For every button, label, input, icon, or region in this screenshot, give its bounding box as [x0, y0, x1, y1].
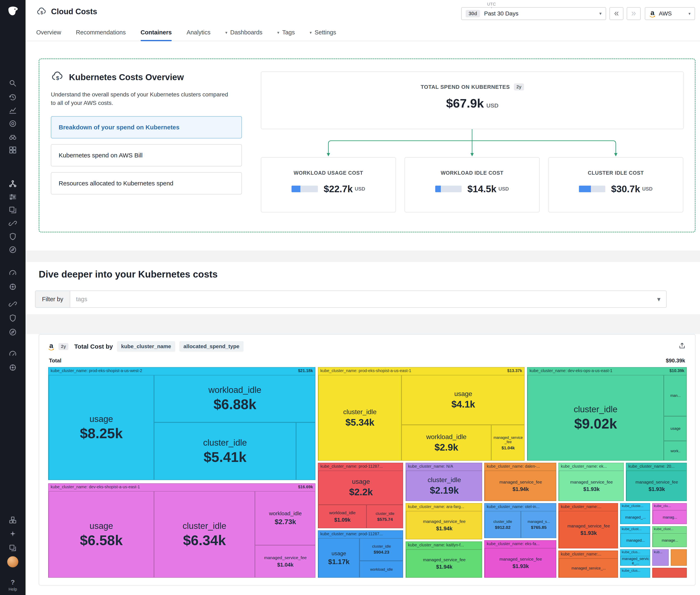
option-resources-allocated-to-kubernetes-spend[interactable]: Resources allocated to Kubernetes spend [51, 172, 242, 195]
treemap-cell[interactable]: managed... [620, 533, 650, 547]
treemap-group[interactable]: kube_cluste...managed_... [620, 503, 650, 524]
time-back-button[interactable] [609, 7, 623, 20]
treemap-cell[interactable]: cluster_idle$575.74 [366, 505, 403, 528]
target-icon-2[interactable] [8, 363, 18, 372]
monitors-icon[interactable] [8, 192, 18, 202]
treemap-cell[interactable]: usage$8.25k [49, 375, 154, 480]
tab-analytics[interactable]: Analytics [186, 29, 210, 41]
treemap-cell[interactable]: usage$6.58k [49, 491, 154, 578]
treemap-cell[interactable]: cluster_idle$904.23 [360, 538, 403, 561]
copy-icon[interactable] [8, 543, 18, 553]
treemap-cell[interactable]: managed_service_... [559, 558, 618, 578]
avatar[interactable] [7, 556, 18, 567]
tab-settings[interactable]: ▾Settings [310, 29, 336, 41]
treemap-cell[interactable]: usage$1.17k [318, 538, 360, 578]
treemap-cell[interactable]: workload_idle$2.9k [401, 425, 491, 461]
service-map-icon[interactable] [8, 119, 18, 129]
treemap-cell[interactable]: managed_service_fee$1.93k [559, 471, 624, 501]
treemap-group[interactable]: kube_clus...managed_service_... [620, 549, 650, 566]
treemap-group[interactable]: kube_cluster_name: dev-eks-shopist-a-us-… [48, 483, 315, 578]
treemap-group[interactable]: kube_cluster_name: prod-11287...usage$2.… [318, 463, 403, 528]
pill-kube-cluster-name[interactable]: kube_cluster_name [117, 341, 175, 352]
treemap-cell[interactable]: managed_service_fee$1.04k [255, 545, 315, 578]
blocks-icon[interactable] [8, 515, 18, 525]
treemap-group[interactable]: kube_cluster_name: prod-eks-shopist-a-us… [318, 367, 525, 461]
treemap-cell[interactable]: managed_service_fee$1.94k [406, 549, 482, 578]
treemap-cell[interactable]: managed_service_fee$1.93k [485, 548, 556, 578]
search-icon[interactable] [8, 78, 18, 88]
provider-select[interactable]: a AWS ▾ [645, 7, 695, 20]
apm-link-icon[interactable] [8, 218, 18, 228]
treemap-cell[interactable]: usage$4.1k [401, 375, 525, 425]
treemap-cell[interactable]: managed_service_fee$1.94k [485, 471, 556, 501]
treemap-cell[interactable]: cluster_idle$9.02k [527, 375, 664, 461]
treemap-cell[interactable]: workload_idle$6.88k [154, 375, 315, 422]
compass-icon[interactable] [8, 245, 18, 255]
treemap-group[interactable]: kube_clust...managed... [620, 526, 650, 547]
compass-icon-2[interactable] [8, 327, 18, 337]
treemap-group[interactable] [652, 568, 687, 578]
treemap-cell[interactable]: man... [664, 375, 687, 416]
treemap-cell[interactable]: cluster_idle$2.19k [406, 471, 482, 501]
infrastructure-icon[interactable] [8, 179, 18, 189]
tab-overview[interactable]: Overview [36, 29, 61, 41]
gauge-icon-2[interactable] [8, 348, 18, 359]
treemap-cell[interactable]: manag... [652, 510, 687, 524]
dashboards-icon[interactable] [8, 205, 18, 215]
treemap-cell[interactable]: cluster_idle$912.02 [485, 511, 521, 538]
treemap-cell[interactable]: manage... [652, 533, 687, 547]
treemap-cell[interactable]: workload_idle$1.09k [318, 505, 366, 528]
treemap-group[interactable]: kube_cluster_name: prod-11287...usage$1.… [318, 530, 403, 578]
treemap-group[interactable]: kube_cluster_name:...managed_service_fee… [558, 503, 618, 548]
treemap-group[interactable]: kube_cluster_name: prod-eks-shopist-a-us… [48, 367, 315, 480]
treemap-cell[interactable]: workload_idle$2.73k [255, 491, 315, 545]
export-icon[interactable] [678, 342, 686, 351]
datadog-logo[interactable] [4, 4, 21, 19]
treemap-cell[interactable]: cluster_idle$6.34k [154, 491, 255, 578]
treemap-group[interactable]: kube_cluster_name: ek...managed_service_… [558, 463, 624, 501]
treemap-group[interactable]: kub... [652, 549, 669, 566]
target-icon[interactable] [8, 282, 18, 292]
treemap-group[interactable]: kube_cluster_name: ara-farg...managed_se… [405, 503, 482, 539]
integrations-icon[interactable] [8, 145, 18, 155]
shield-icon-2[interactable] [8, 313, 18, 323]
treemap-cell[interactable]: managed_service_fee$1.94k [406, 511, 482, 539]
time-forward-button[interactable] [627, 7, 641, 20]
treemap-group[interactable]: kube_cluster_name: dev-eks-ops-a-us-east… [527, 367, 687, 461]
history-icon[interactable] [8, 92, 18, 102]
sparkle-icon[interactable] [8, 529, 18, 539]
metrics-icon[interactable] [8, 106, 18, 115]
watchdog-icon[interactable] [8, 132, 18, 142]
treemap-cell[interactable]: managed_service_fee$1.93k [559, 511, 618, 548]
treemap-cell[interactable]: managed_service_fee$1.93k [626, 471, 687, 501]
treemap-group[interactable]: kube_cluster_name: 20...managed_service_… [626, 463, 687, 501]
treemap-group[interactable]: kube_cluster_name:...managed_service_... [558, 550, 618, 578]
tab-tags[interactable]: ▾Tags [277, 29, 295, 41]
link-icon-2[interactable] [8, 299, 18, 309]
treemap-cell[interactable]: workload_idle [360, 561, 403, 578]
treemap-cell[interactable]: work.. [664, 441, 687, 461]
option-breakdown-of-your-spend-on-kubernetes[interactable]: Breakdown of your spend on Kubernetes [51, 116, 242, 138]
treemap-cell[interactable]: usage$2.2k [318, 471, 403, 505]
treemap-group[interactable] [671, 549, 687, 566]
treemap-group[interactable]: kube_cluster_name: N/Acluster_idle$2.19k [405, 463, 482, 501]
chevron-down-icon[interactable]: ▾ [651, 291, 666, 307]
treemap-cell[interactable]: managed_service_... [620, 556, 650, 566]
treemap-group[interactable]: kube_clus... [620, 568, 650, 578]
pill-allocated-spend-type[interactable]: allocated_spend_type [179, 341, 244, 352]
treemap-cell[interactable]: managed_... [620, 510, 650, 524]
filter-input[interactable] [70, 291, 651, 307]
time-range-picker[interactable]: UTC 30d Past 30 Days ▾ [461, 7, 606, 20]
treemap-cell[interactable]: cluster_idle$5.41k [154, 422, 296, 480]
treemap-cell[interactable]: managed_service_fee$1.04k [491, 425, 525, 461]
treemap-cell[interactable]: usage [664, 416, 687, 441]
treemap-group[interactable]: kube_cluster_name: eks-fa...managed_serv… [484, 540, 556, 578]
treemap-group[interactable]: kube_cluster_name: kaitlyn-f...managed_s… [405, 541, 482, 578]
treemap-cell[interactable]: cluster_idle$5.34k [318, 375, 401, 461]
treemap-group[interactable]: kube_clu...manag... [652, 503, 687, 524]
tab-dashboards[interactable]: ▾Dashboards [225, 29, 262, 41]
treemap-cell[interactable] [296, 422, 315, 480]
security-shield-icon[interactable] [8, 232, 18, 242]
help-button[interactable]: ? Help [0, 578, 26, 592]
treemap-group[interactable]: kube_cluster_name: dalen-...managed_serv… [484, 463, 556, 501]
